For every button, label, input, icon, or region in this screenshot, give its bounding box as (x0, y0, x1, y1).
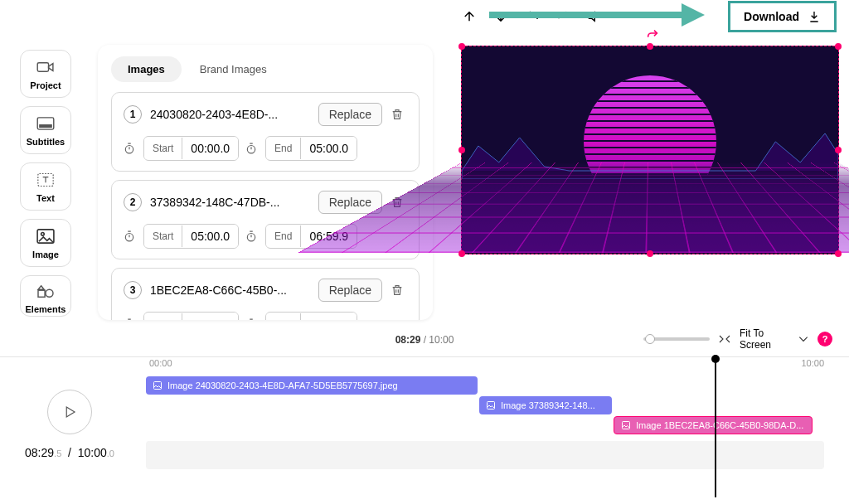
timeline-clip[interactable]: Image 24030820-2403-4E8D-AFA7-5D5EB57756… (146, 376, 478, 395)
redo-highlight-icon (646, 28, 659, 41)
image-filename: 37389342-148C-47DB-... (150, 196, 310, 209)
stopwatch-icon (124, 318, 137, 320)
stopwatch-icon (245, 230, 259, 242)
fit-to-screen-label[interactable]: Fit To Screen (740, 327, 789, 351)
subtitles-icon (36, 115, 56, 132)
shapes-icon (36, 284, 56, 299)
end-time-input[interactable]: End05:00.0 (265, 136, 357, 161)
tab-brand-images[interactable]: Brand Images (183, 56, 284, 82)
empty-track[interactable] (146, 441, 824, 469)
replace-button[interactable]: Replace (318, 279, 382, 302)
image-filename: 1BEC2EA8-C66C-45B0-... (150, 284, 310, 297)
svg-rect-14 (154, 382, 162, 390)
timeline-controls-right: Fit To Screen ? (643, 327, 832, 351)
resize-handle[interactable] (647, 43, 653, 50)
playhead[interactable] (715, 358, 716, 497)
stopwatch-icon (124, 230, 137, 242)
replace-button[interactable]: Replace (318, 103, 382, 126)
svg-rect-15 (488, 402, 495, 410)
resize-handle[interactable] (835, 250, 842, 257)
start-time-input[interactable]: Start00:00.0 (143, 136, 239, 161)
sidebar-item-label: Project (30, 80, 61, 90)
callout-arrow (489, 3, 705, 27)
timecode: 08:29.5 / 10:00.0 (20, 446, 119, 459)
left-sidebar: Project Subtitles Text Image Elements (8, 50, 83, 317)
timeline-tracks: Image 24030820-2403-4E8D-AFA7-5D5EB57756… (146, 376, 824, 395)
play-button[interactable] (47, 390, 92, 434)
canvas-preview[interactable] (461, 46, 839, 254)
help-badge[interactable]: ? (817, 332, 832, 346)
sidebar-item-image[interactable]: Image (20, 219, 71, 267)
start-time-input[interactable]: Start05:00.0 (143, 224, 239, 249)
sidebar-item-label: Elements (26, 304, 66, 314)
zoom-knob[interactable] (645, 334, 655, 344)
tab-images[interactable]: Images (111, 56, 182, 82)
top-toolbar: Download (0, 0, 849, 33)
resize-handle[interactable] (458, 147, 465, 153)
resize-handle[interactable] (458, 250, 465, 257)
timeline-ruler: 00:00 10:00 (146, 358, 824, 373)
arrow-up-icon[interactable] (459, 7, 479, 27)
timeline-clip-selected[interactable]: Image 1BEC2EA8-C66C-45B0-98DA-D... (614, 416, 813, 434)
download-label: Download (744, 10, 799, 23)
camera-icon (36, 59, 56, 75)
image-index: 2 (124, 193, 142, 211)
image-index: 1 (124, 105, 142, 124)
panel-tabs: Images Brand Images (111, 56, 420, 82)
sidebar-item-text[interactable]: Text (20, 162, 71, 211)
divider (0, 356, 849, 357)
image-card: 1 24030820-2403-4E8D-... Replace Start00… (111, 92, 420, 172)
svg-rect-2 (40, 125, 51, 128)
svg-point-5 (41, 233, 45, 236)
sidebar-item-label: Text (36, 193, 55, 203)
image-index: 3 (124, 281, 142, 299)
resize-handle[interactable] (458, 43, 465, 50)
timeline-clip[interactable]: Image 37389342-148... (479, 396, 612, 414)
playback-controls: 08:29.5 / 10:00.0 (20, 390, 119, 459)
timeline[interactable]: 00:00 10:00 Image 24030820-2403-4E8D-AFA… (146, 358, 824, 497)
resize-handle[interactable] (647, 250, 653, 257)
sidebar-item-label: Subtitles (27, 137, 65, 147)
image-icon (36, 228, 56, 245)
zoom-slider[interactable] (643, 337, 710, 341)
sidebar-item-project[interactable]: Project (20, 50, 71, 98)
image-filename: 24030820-2403-4E8D-... (150, 108, 310, 121)
text-icon (36, 172, 56, 188)
download-button[interactable]: Download (728, 1, 837, 32)
svg-rect-16 (623, 422, 630, 429)
sidebar-item-elements[interactable]: Elements (20, 275, 71, 317)
end-time-input[interactable]: End10:00.0 (265, 312, 357, 320)
image-card: 3 1BEC2EA8-C66C-45B0-... Replace Start06… (111, 268, 420, 320)
stopwatch-icon (245, 318, 259, 320)
svg-rect-6 (38, 290, 45, 297)
resize-handle[interactable] (835, 43, 842, 50)
svg-point-11 (247, 234, 255, 241)
image-panel: Images Brand Images 1 24030820-2403-4E8D… (98, 45, 433, 320)
svg-point-7 (46, 289, 53, 297)
svg-point-10 (125, 234, 133, 241)
sidebar-item-label: Image (32, 250, 59, 259)
resize-handle[interactable] (835, 147, 842, 153)
sidebar-item-subtitles[interactable]: Subtitles (20, 106, 71, 154)
fit-icon[interactable] (718, 334, 731, 344)
trash-icon[interactable] (391, 107, 407, 122)
svg-rect-0 (37, 63, 48, 72)
stopwatch-icon (245, 143, 259, 154)
trash-icon[interactable] (391, 283, 407, 298)
stopwatch-icon (124, 143, 137, 154)
chevron-down-icon[interactable] (798, 335, 809, 343)
start-time-input[interactable]: Start06:59.9 (143, 312, 239, 320)
